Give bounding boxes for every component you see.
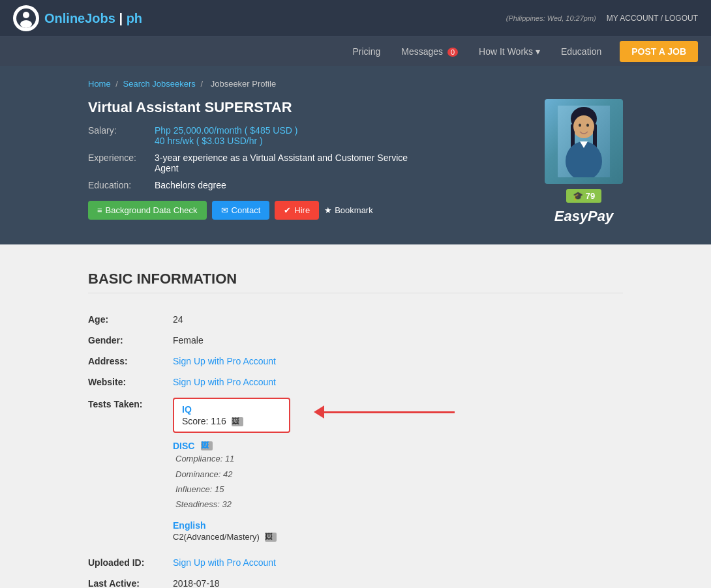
website-row: Website: Sign Up with Pro Account — [88, 372, 623, 392]
education-row: Education: Bachelors degree — [88, 180, 529, 190]
disc-image-icon[interactable] — [201, 441, 213, 450]
score-value: 79 — [586, 191, 595, 201]
breadcrumb-home[interactable]: Home — [88, 79, 111, 89]
svg-point-1 — [23, 12, 29, 18]
account-link[interactable]: MY ACCOUNT / LOGOUT — [607, 14, 698, 23]
disc-influence: Influence: 15 — [175, 482, 290, 497]
arrow-head — [314, 405, 324, 419]
profile-actions: ≡ Background Data Check ✉ Contact ✔ Hire… — [88, 201, 529, 220]
logo-area: OnlineJobs | ph — [13, 5, 142, 31]
nav-how-it-works[interactable]: How It Works ▾ — [476, 38, 543, 65]
iq-box: IQ Score: 116 — [173, 398, 290, 433]
breadcrumb-current: Jobseeker Profile — [211, 79, 276, 89]
nav-pricing[interactable]: Pricing — [350, 38, 383, 65]
checkmark-icon: ✔ — [284, 205, 291, 215]
tests-label: Tests Taken: — [88, 392, 173, 552]
hire-button[interactable]: ✔ Hire — [275, 201, 319, 220]
profile-title: Virtual Assistant SUPERSTAR — [88, 99, 529, 116]
experience-label: Experience: — [88, 153, 147, 163]
address-value[interactable]: Sign Up with Pro Account — [173, 356, 276, 366]
nav-education[interactable]: Education — [558, 38, 604, 65]
disc-section: DISC Compliance: 11 Dominance: — [173, 441, 290, 512]
svg-point-9 — [579, 124, 581, 127]
score-badge: 🎓 79 — [566, 189, 601, 203]
gender-value: Female — [173, 330, 623, 351]
main-content: BASIC INFORMATION Age: 24 Gender: Female… — [0, 244, 711, 588]
contact-button[interactable]: ✉ Contact — [212, 201, 270, 220]
gender-label: Gender: — [88, 330, 173, 351]
profile-section: Home / Search Jobseekers / Jobseeker Pro… — [0, 66, 711, 244]
post-job-button[interactable]: POST A JOB — [620, 41, 698, 62]
easypay-label: EasyPay — [554, 208, 614, 225]
english-image-icon[interactable] — [265, 533, 277, 542]
salary-label: Salary: — [88, 125, 147, 136]
experience-row: Experience: 3-year experience as a Virtu… — [88, 153, 529, 173]
iq-title: IQ — [182, 404, 281, 415]
uploaded-id-value[interactable]: Sign Up with Pro Account — [173, 557, 276, 568]
education-label: Education: — [88, 180, 147, 190]
website-label: Website: — [88, 372, 173, 392]
basic-info-table: Age: 24 Gender: Female Address: Sign Up … — [88, 309, 623, 588]
basic-info-title: BASIC INFORMATION — [88, 271, 623, 293]
iq-score: Score: 116 — [182, 416, 281, 426]
english-title: English — [173, 520, 290, 531]
tests-content: IQ Score: 116 — [173, 392, 623, 552]
disc-compliance: Compliance: 11 — [175, 451, 290, 466]
salary-rate: 40 hrs/wk ( $3.03 USD/hr ) — [155, 136, 297, 146]
bookmark-button[interactable]: ★ Bookmark — [324, 205, 373, 215]
nav-menu: Pricing Messages 0 How It Works ▾ Educat… — [0, 37, 711, 66]
salary-value: Php 25,000.00/month ( $485 USD ) — [155, 125, 297, 136]
arrow-container — [314, 405, 455, 419]
gender-row: Gender: Female — [88, 330, 623, 351]
svg-point-8 — [573, 115, 594, 138]
red-arrow — [314, 405, 455, 419]
disc-steadiness: Steadiness: 32 — [175, 497, 290, 512]
age-row: Age: 24 — [88, 309, 623, 330]
nav-right: (Philippines: Wed, 10:27pm) MY ACCOUNT /… — [506, 14, 698, 23]
salary-row: Salary: Php 25,000.00/month ( $485 USD )… — [88, 125, 529, 146]
messages-badge: 0 — [447, 48, 458, 57]
last-active-value: 2018-07-18 — [173, 573, 623, 588]
svg-point-10 — [586, 124, 589, 127]
nav-messages[interactable]: Messages 0 — [399, 38, 461, 65]
iq-image-icon[interactable] — [232, 417, 243, 426]
logo-icon — [13, 5, 39, 31]
uploaded-id-label: Uploaded ID: — [88, 552, 173, 573]
website-value[interactable]: Sign Up with Pro Account — [173, 377, 276, 387]
age-label: Age: — [88, 309, 173, 330]
arrow-line — [324, 411, 455, 413]
last-active-row: Last Active: 2018-07-18 — [88, 573, 623, 588]
address-label: Address: — [88, 351, 173, 372]
education-value: Bachelors degree — [155, 180, 226, 190]
address-row: Address: Sign Up with Pro Account — [88, 351, 623, 372]
profile-photo-area: 🎓 79 EasyPay — [545, 99, 623, 225]
envelope-icon: ✉ — [221, 205, 228, 215]
english-section: English C2(Advanced/Mastery) — [173, 520, 290, 542]
age-value: 24 — [173, 309, 623, 330]
experience-value: 3-year experience as a Virtual Assistant… — [155, 153, 416, 173]
top-bar: OnlineJobs | ph (Philippines: Wed, 10:27… — [0, 0, 711, 37]
svg-point-2 — [20, 20, 32, 28]
background-check-button[interactable]: ≡ Background Data Check — [88, 201, 207, 220]
english-level: C2(Advanced/Mastery) — [173, 532, 290, 542]
star-icon: ★ — [324, 205, 332, 215]
logo-text: OnlineJobs | ph — [44, 11, 142, 26]
profile-photo — [545, 99, 623, 184]
score-icon: 🎓 — [573, 191, 583, 201]
disc-dominance: Dominance: 42 — [175, 467, 290, 482]
breadcrumb-search[interactable]: Search Jobseekers — [123, 79, 196, 89]
tests-row: Tests Taken: IQ Score: 116 — [88, 392, 623, 552]
profile-details: Virtual Assistant SUPERSTAR Salary: Php … — [88, 99, 529, 220]
uploaded-id-row: Uploaded ID: Sign Up with Pro Account — [88, 552, 623, 573]
time-display: (Philippines: Wed, 10:27pm) — [506, 14, 596, 22]
breadcrumb: Home / Search Jobseekers / Jobseeker Pro… — [88, 79, 623, 89]
list-icon: ≡ — [97, 205, 102, 215]
last-active-label: Last Active: — [88, 573, 173, 588]
disc-title: DISC — [173, 441, 290, 451]
